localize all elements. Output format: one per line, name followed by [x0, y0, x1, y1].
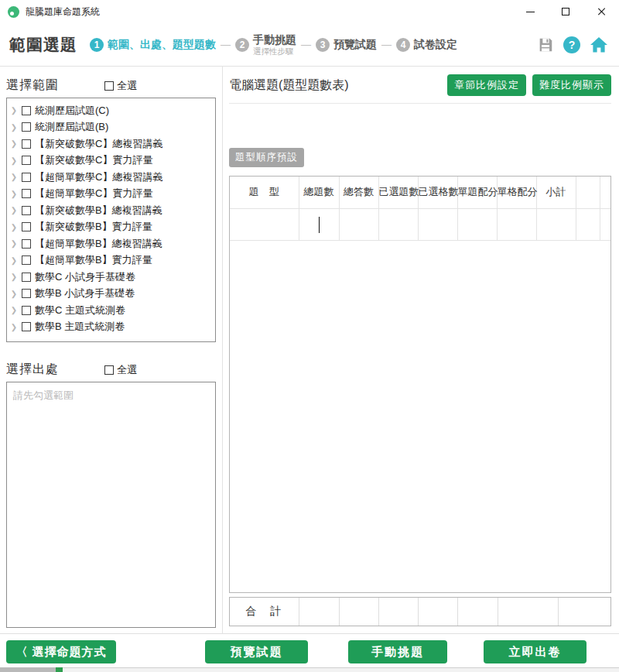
cell-total-answers[interactable] [339, 208, 378, 240]
tree-item[interactable]: ❯數學C 小試身手基礎卷 [10, 269, 215, 286]
checkbox[interactable] [22, 173, 31, 182]
checkbox[interactable] [22, 273, 31, 282]
chevron-right-icon[interactable]: ❯ [10, 123, 18, 132]
chevron-left-icon: 〈 [15, 645, 28, 658]
chevron-right-icon[interactable]: ❯ [10, 306, 18, 314]
tree-item[interactable]: ❯【新突破數學C】實力評量 [10, 153, 215, 170]
source-title: 選擇出處 [6, 362, 104, 378]
checkbox[interactable] [22, 239, 31, 249]
tree-item[interactable]: ❯數學C 主題式統測卷 [10, 302, 215, 319]
window-title: 龍騰題庫命題系統 [26, 5, 100, 19]
step-3: 3 預覽試題 [316, 38, 377, 52]
chevron-right-icon[interactable]: ❯ [10, 223, 18, 231]
cell-subtotal[interactable] [536, 208, 576, 240]
minimize-button[interactable] [512, 0, 548, 23]
back-to-method-button[interactable]: 〈 選擇命題方式 [6, 640, 116, 663]
checkbox[interactable] [22, 322, 31, 331]
cell-selected-questions[interactable] [378, 208, 418, 240]
range-select-all-checkbox[interactable] [104, 81, 114, 91]
total-label: 合 計 [230, 598, 299, 626]
chevron-right-icon[interactable]: ❯ [10, 239, 18, 248]
checkbox[interactable] [22, 206, 31, 215]
tree-item[interactable]: ❯【超簡單數學C】總複習講義 [10, 169, 215, 186]
col-subtotal: 小計 [536, 177, 576, 208]
step-2: 2 手動挑題 選擇性步驟 [235, 33, 296, 55]
generate-exam-button[interactable]: 立即出卷 [484, 640, 587, 663]
col-empty-2 [600, 177, 610, 208]
tree-item[interactable]: ❯【新突破數學B】實力評量 [10, 219, 215, 236]
chevron-right-icon[interactable]: ❯ [10, 290, 18, 298]
total-cell [498, 598, 558, 626]
col-selected-cells: 已選格數 [418, 177, 457, 208]
cell-points-per-cell[interactable] [497, 208, 536, 240]
checkbox[interactable] [22, 156, 31, 165]
chapter-ratio-button[interactable]: 章節比例設定 [447, 74, 526, 96]
step-1-number: 1 [90, 38, 104, 52]
range-tree[interactable]: ❯統測歷屆試題(C) ❯統測歷屆試題(B) ❯【新突破數學C】總複習講義 ❯【新… [6, 98, 216, 342]
manual-pick-button[interactable]: 手動挑題 [348, 640, 447, 663]
checkbox[interactable] [22, 222, 31, 231]
step-3-number: 3 [316, 38, 330, 52]
tree-item[interactable]: ❯數學B 小試身手基礎卷 [10, 286, 215, 303]
step-3-label: 預覽試題 [333, 38, 377, 52]
difficulty-ratio-button[interactable]: 難度比例顯示 [532, 74, 611, 96]
tree-item[interactable]: ❯統測歷屆試題(B) [10, 119, 215, 136]
chevron-right-icon[interactable]: ❯ [10, 190, 18, 198]
chevron-right-icon[interactable]: ❯ [10, 323, 18, 331]
step-2-number: 2 [235, 38, 249, 52]
cell-selected-cells[interactable] [418, 208, 457, 240]
checkbox[interactable] [22, 255, 31, 265]
tree-item[interactable]: ❯【新突破數學B】總複習講義 [10, 202, 215, 219]
source-header: 選擇出處 全選 [6, 362, 216, 378]
total-cell [418, 598, 457, 626]
close-icon [597, 7, 606, 16]
total-row-container: 合 計 [229, 597, 611, 626]
maximize-icon [562, 8, 569, 15]
maximize-button[interactable] [548, 0, 583, 23]
tree-item[interactable]: ❯【新突破數學C】總複習講義 [10, 135, 215, 153]
chevron-right-icon[interactable]: ❯ [10, 206, 18, 214]
source-select-all[interactable]: 全選 [104, 363, 137, 377]
total-cell [339, 598, 378, 626]
col-question-type: 題 型 [230, 177, 299, 208]
chevron-right-icon[interactable]: ❯ [10, 139, 18, 148]
checkbox[interactable] [22, 289, 31, 298]
source-select-all-label: 全選 [117, 363, 137, 377]
cell-empty-1 [576, 208, 600, 240]
right-panel: 電腦選題(題型題數表) 章節比例設定 難度比例顯示 題型順序預設 [223, 67, 619, 633]
chevron-right-icon[interactable]: ❯ [10, 273, 18, 281]
source-list[interactable]: 請先勾選範圍 [6, 382, 216, 628]
checkbox[interactable] [22, 139, 31, 149]
cell-total-questions[interactable] [299, 208, 339, 240]
checkbox[interactable] [22, 106, 31, 115]
total-cell [457, 598, 498, 626]
tree-item[interactable]: ❯統測歷屆試題(C) [10, 102, 215, 119]
cell-points-per-question[interactable] [457, 208, 497, 240]
cell-question-type[interactable] [230, 208, 299, 240]
checkbox[interactable] [22, 122, 31, 132]
checkbox[interactable] [22, 189, 31, 198]
range-select-all[interactable]: 全選 [104, 79, 137, 93]
tree-item[interactable]: ❯【超簡單數學B】實力評量 [10, 252, 215, 269]
computer-selection-header: 電腦選題(題型題數表) 章節比例設定 難度比例顯示 [229, 74, 611, 104]
tree-item-label: 數學C 小試身手基礎卷 [35, 270, 135, 284]
home-icon[interactable] [590, 36, 608, 53]
tree-item[interactable]: ❯【超簡單數學B】總複習講義 [10, 235, 215, 252]
chevron-right-icon[interactable]: ❯ [10, 173, 18, 181]
preview-questions-button[interactable]: 預覽試題 [205, 640, 308, 663]
chevron-right-icon[interactable]: ❯ [10, 156, 18, 165]
close-button[interactable] [583, 0, 619, 23]
help-icon[interactable]: ? [563, 36, 580, 53]
chevron-right-icon[interactable]: ❯ [10, 106, 18, 115]
col-empty-1 [576, 177, 600, 208]
tree-item-label: 【超簡單數學C】實力評量 [35, 187, 152, 201]
tree-item-label: 【新突破數學C】實力評量 [35, 153, 152, 167]
save-icon[interactable] [537, 36, 554, 53]
tree-item[interactable]: ❯數學B 主題式統測卷 [10, 319, 215, 336]
chevron-right-icon[interactable]: ❯ [10, 256, 18, 265]
checkbox[interactable] [22, 306, 31, 315]
total-cell [378, 598, 418, 626]
source-select-all-checkbox[interactable] [104, 365, 114, 375]
tree-item[interactable]: ❯【超簡單數學C】實力評量 [10, 186, 215, 203]
table-header-row: 題 型 總題數 總答數 已選題數 已選格數 單題配分 單格配分 小計 [230, 177, 610, 208]
